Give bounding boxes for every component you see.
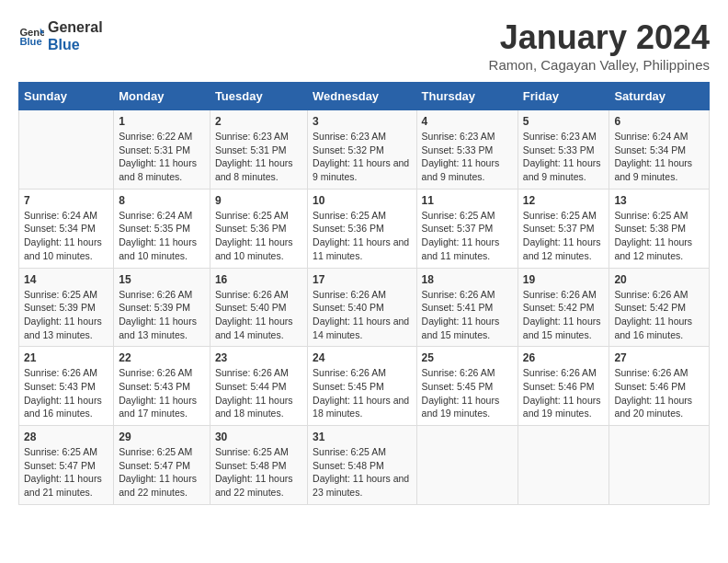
- header-day-wednesday: Wednesday: [308, 83, 416, 110]
- calendar-cell: [19, 110, 114, 190]
- day-info: Sunrise: 6:25 AMSunset: 5:36 PMDaylight:…: [215, 209, 302, 263]
- day-number: 17: [313, 273, 411, 286]
- calendar-cell: 20Sunrise: 6:26 AMSunset: 5:42 PMDayligh…: [609, 268, 710, 347]
- calendar-cell: 9Sunrise: 6:25 AMSunset: 5:36 PMDaylight…: [210, 189, 307, 268]
- day-info: Sunrise: 6:26 AMSunset: 5:43 PMDaylight:…: [24, 366, 108, 420]
- day-info: Sunrise: 6:24 AMSunset: 5:34 PMDaylight:…: [614, 130, 704, 184]
- location: Ramon, Cagayan Valley, Philippines: [489, 57, 710, 73]
- day-info: Sunrise: 6:23 AMSunset: 5:33 PMDaylight:…: [523, 130, 605, 184]
- day-info: Sunrise: 6:25 AMSunset: 5:47 PMDaylight:…: [119, 445, 205, 500]
- week-row-2: 7Sunrise: 6:24 AMSunset: 5:34 PMDaylight…: [19, 189, 710, 268]
- day-number: 27: [614, 351, 704, 364]
- day-number: 23: [215, 351, 302, 364]
- calendar-cell: 11Sunrise: 6:25 AMSunset: 5:37 PMDayligh…: [416, 189, 518, 268]
- day-number: 26: [523, 351, 605, 364]
- day-number: 18: [422, 273, 513, 286]
- day-number: 1: [119, 115, 205, 128]
- day-number: 11: [422, 194, 513, 207]
- calendar-cell: 15Sunrise: 6:26 AMSunset: 5:39 PMDayligh…: [114, 268, 210, 347]
- week-row-1: 1Sunrise: 6:22 AMSunset: 5:31 PMDaylight…: [19, 110, 710, 190]
- calendar-cell: 14Sunrise: 6:25 AMSunset: 5:39 PMDayligh…: [19, 268, 114, 347]
- logo: General Blue General Blue: [18, 18, 103, 53]
- day-number: 31: [313, 431, 411, 443]
- logo-icon: General Blue: [18, 23, 44, 49]
- calendar-cell: 2Sunrise: 6:23 AMSunset: 5:31 PMDaylight…: [210, 110, 307, 190]
- calendar-cell: 7Sunrise: 6:24 AMSunset: 5:34 PMDaylight…: [19, 189, 114, 268]
- header-day-thursday: Thursday: [416, 83, 518, 110]
- day-info: Sunrise: 6:23 AMSunset: 5:33 PMDaylight:…: [422, 130, 513, 184]
- day-number: 13: [614, 194, 704, 207]
- week-row-4: 21Sunrise: 6:26 AMSunset: 5:43 PMDayligh…: [19, 347, 710, 426]
- day-number: 21: [24, 351, 108, 364]
- calendar-cell: 10Sunrise: 6:25 AMSunset: 5:36 PMDayligh…: [308, 189, 416, 268]
- page-header: General Blue General Blue January 2024 R…: [18, 18, 710, 73]
- day-info: Sunrise: 6:22 AMSunset: 5:31 PMDaylight:…: [119, 130, 205, 184]
- day-number: 8: [119, 194, 205, 207]
- day-number: 3: [313, 115, 411, 128]
- day-info: Sunrise: 6:25 AMSunset: 5:38 PMDaylight:…: [614, 209, 704, 263]
- header-day-monday: Monday: [114, 83, 210, 110]
- day-number: 6: [614, 115, 704, 128]
- calendar-cell: [609, 426, 710, 505]
- calendar-cell: 27Sunrise: 6:26 AMSunset: 5:46 PMDayligh…: [609, 347, 710, 426]
- day-info: Sunrise: 6:26 AMSunset: 5:45 PMDaylight:…: [422, 366, 513, 420]
- calendar-cell: 8Sunrise: 6:24 AMSunset: 5:35 PMDaylight…: [114, 189, 210, 268]
- day-info: Sunrise: 6:26 AMSunset: 5:41 PMDaylight:…: [422, 288, 513, 342]
- week-row-3: 14Sunrise: 6:25 AMSunset: 5:39 PMDayligh…: [19, 268, 710, 347]
- month-title: January 2024: [489, 18, 710, 57]
- day-number: 15: [119, 273, 205, 286]
- day-number: 22: [119, 351, 205, 364]
- day-info: Sunrise: 6:25 AMSunset: 5:48 PMDaylight:…: [313, 445, 411, 500]
- day-info: Sunrise: 6:25 AMSunset: 5:37 PMDaylight:…: [422, 209, 513, 263]
- day-info: Sunrise: 6:26 AMSunset: 5:44 PMDaylight:…: [215, 366, 302, 420]
- calendar-cell: 28Sunrise: 6:25 AMSunset: 5:47 PMDayligh…: [19, 426, 114, 505]
- calendar-cell: [518, 426, 609, 505]
- day-number: 19: [523, 273, 605, 286]
- header-day-friday: Friday: [518, 83, 609, 110]
- calendar-table: SundayMondayTuesdayWednesdayThursdayFrid…: [18, 82, 710, 505]
- day-number: 14: [24, 273, 108, 286]
- calendar-header: SundayMondayTuesdayWednesdayThursdayFrid…: [19, 83, 710, 110]
- day-number: 10: [313, 194, 411, 207]
- calendar-cell: 17Sunrise: 6:26 AMSunset: 5:40 PMDayligh…: [308, 268, 416, 347]
- day-number: 5: [523, 115, 605, 128]
- calendar-cell: 16Sunrise: 6:26 AMSunset: 5:40 PMDayligh…: [210, 268, 307, 347]
- calendar-body: 1Sunrise: 6:22 AMSunset: 5:31 PMDaylight…: [19, 110, 710, 505]
- day-info: Sunrise: 6:26 AMSunset: 5:46 PMDaylight:…: [523, 366, 605, 420]
- calendar-cell: 19Sunrise: 6:26 AMSunset: 5:42 PMDayligh…: [518, 268, 609, 347]
- calendar-cell: 4Sunrise: 6:23 AMSunset: 5:33 PMDaylight…: [416, 110, 518, 190]
- day-info: Sunrise: 6:24 AMSunset: 5:34 PMDaylight:…: [24, 209, 108, 263]
- calendar-cell: 18Sunrise: 6:26 AMSunset: 5:41 PMDayligh…: [416, 268, 518, 347]
- title-block: January 2024 Ramon, Cagayan Valley, Phil…: [489, 18, 710, 73]
- day-number: 9: [215, 194, 302, 207]
- day-info: Sunrise: 6:25 AMSunset: 5:47 PMDaylight:…: [24, 445, 108, 500]
- logo-line1: General: [48, 18, 103, 36]
- day-number: 28: [24, 431, 108, 443]
- day-info: Sunrise: 6:23 AMSunset: 5:31 PMDaylight:…: [215, 130, 302, 184]
- header-row: SundayMondayTuesdayWednesdayThursdayFrid…: [19, 83, 710, 110]
- day-number: 12: [523, 194, 605, 207]
- day-info: Sunrise: 6:26 AMSunset: 5:42 PMDaylight:…: [614, 288, 704, 342]
- header-day-tuesday: Tuesday: [210, 83, 307, 110]
- header-day-saturday: Saturday: [609, 83, 710, 110]
- day-info: Sunrise: 6:24 AMSunset: 5:35 PMDaylight:…: [119, 209, 205, 263]
- calendar-cell: 12Sunrise: 6:25 AMSunset: 5:37 PMDayligh…: [518, 189, 609, 268]
- calendar-cell: 1Sunrise: 6:22 AMSunset: 5:31 PMDaylight…: [114, 110, 210, 190]
- day-number: 30: [215, 431, 302, 443]
- calendar-cell: 31Sunrise: 6:25 AMSunset: 5:48 PMDayligh…: [308, 426, 416, 505]
- calendar-cell: 29Sunrise: 6:25 AMSunset: 5:47 PMDayligh…: [114, 426, 210, 505]
- day-info: Sunrise: 6:23 AMSunset: 5:32 PMDaylight:…: [313, 130, 411, 184]
- day-info: Sunrise: 6:25 AMSunset: 5:37 PMDaylight:…: [523, 209, 605, 263]
- day-info: Sunrise: 6:26 AMSunset: 5:43 PMDaylight:…: [119, 366, 205, 420]
- calendar-cell: 26Sunrise: 6:26 AMSunset: 5:46 PMDayligh…: [518, 347, 609, 426]
- day-number: 4: [422, 115, 513, 128]
- calendar-cell: 22Sunrise: 6:26 AMSunset: 5:43 PMDayligh…: [114, 347, 210, 426]
- logo-line2: Blue: [48, 36, 103, 53]
- day-info: Sunrise: 6:25 AMSunset: 5:36 PMDaylight:…: [313, 209, 411, 263]
- calendar-cell: 23Sunrise: 6:26 AMSunset: 5:44 PMDayligh…: [210, 347, 307, 426]
- calendar-cell: 25Sunrise: 6:26 AMSunset: 5:45 PMDayligh…: [416, 347, 518, 426]
- calendar-cell: 13Sunrise: 6:25 AMSunset: 5:38 PMDayligh…: [609, 189, 710, 268]
- day-number: 20: [614, 273, 704, 286]
- calendar-cell: 3Sunrise: 6:23 AMSunset: 5:32 PMDaylight…: [308, 110, 416, 190]
- calendar-cell: 24Sunrise: 6:26 AMSunset: 5:45 PMDayligh…: [308, 347, 416, 426]
